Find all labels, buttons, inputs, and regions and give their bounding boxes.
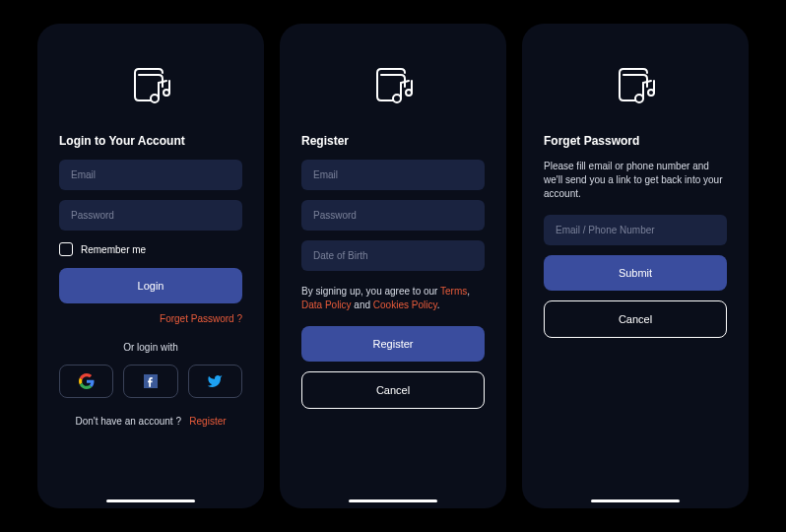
login-screen: Login to Your Account Remember me Login …	[37, 24, 264, 508]
dob-field[interactable]	[301, 240, 485, 271]
home-indicator	[349, 499, 437, 502]
email-field[interactable]	[59, 160, 242, 190]
logo	[544, 63, 727, 106]
data-policy-link[interactable]: Data Policy	[301, 299, 352, 310]
no-account-row: Don't have an account ? Register	[59, 416, 242, 427]
svg-point-5	[635, 95, 643, 102]
remember-label: Remember me	[81, 244, 146, 255]
forget-password-link[interactable]: Forget Password ?	[59, 313, 242, 324]
svg-point-0	[151, 95, 159, 102]
twitter-icon	[207, 373, 223, 389]
terms-link[interactable]: Terms	[440, 286, 467, 297]
music-book-icon	[129, 63, 172, 106]
svg-point-3	[393, 95, 401, 102]
music-book-icon	[371, 63, 415, 106]
home-indicator	[591, 499, 680, 502]
google-button[interactable]	[59, 365, 113, 398]
home-indicator	[106, 499, 195, 502]
password-field[interactable]	[59, 200, 242, 231]
google-icon	[79, 373, 95, 389]
facebook-icon	[144, 374, 158, 388]
cancel-button[interactable]: Cancel	[301, 371, 485, 409]
register-title: Register	[301, 134, 485, 148]
login-button[interactable]: Login	[59, 268, 242, 303]
cookies-policy-link[interactable]: Cookies Policy	[373, 299, 437, 310]
twitter-button[interactable]	[188, 365, 242, 398]
or-login-with: Or login with	[59, 342, 242, 353]
remember-checkbox[interactable]	[59, 242, 73, 256]
social-row	[59, 365, 242, 398]
submit-button[interactable]: Submit	[544, 255, 727, 291]
remember-row: Remember me	[59, 242, 242, 256]
login-title: Login to Your Account	[59, 134, 242, 148]
password-field[interactable]	[301, 200, 485, 231]
register-link[interactable]: Register	[189, 416, 226, 427]
forgot-subtitle: Please fill email or phone number and we…	[544, 160, 727, 201]
register-screen: Register By signing up, you agree to our…	[280, 24, 506, 508]
facebook-button[interactable]	[123, 365, 177, 398]
register-button[interactable]: Register	[301, 326, 485, 362]
cancel-button[interactable]: Cancel	[544, 300, 727, 338]
no-account-text: Don't have an account ?	[75, 416, 181, 427]
email-field[interactable]	[301, 160, 485, 190]
logo	[301, 63, 485, 106]
consent-text: By signing up, you agree to our Terms, D…	[301, 285, 485, 312]
email-phone-field[interactable]	[544, 215, 727, 245]
forgot-title: Forget Password	[544, 134, 727, 148]
forgot-screen: Forget Password Please fill email or pho…	[522, 24, 749, 508]
logo	[59, 63, 242, 106]
music-book-icon	[614, 63, 657, 106]
